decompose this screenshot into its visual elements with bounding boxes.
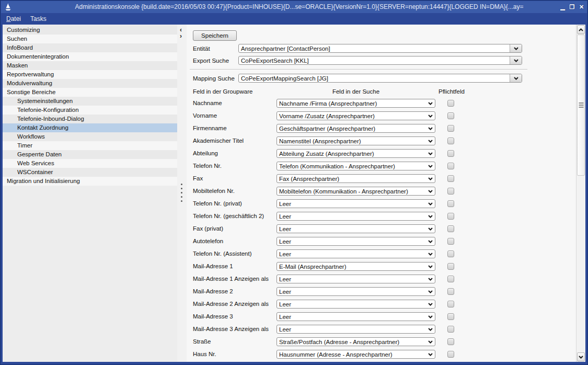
pflichtfeld-checkbox[interactable] bbox=[447, 138, 454, 144]
pflichtfeld-checkbox[interactable] bbox=[447, 225, 454, 232]
sidebar-item[interactable]: Workflows bbox=[3, 132, 177, 141]
menu-item[interactable]: Tasks bbox=[30, 15, 47, 22]
sidebar-item[interactable]: Migration und Initialisierung bbox=[3, 177, 177, 186]
chevron-down-icon[interactable] bbox=[510, 74, 522, 82]
suche-field-dropdown[interactable]: Leer bbox=[276, 312, 435, 321]
sidebar-item[interactable]: Kontakt Zuordnung bbox=[3, 123, 177, 132]
suche-field-dropdown[interactable]: Abteilung Zusatz (Ansprechpartner) bbox=[276, 149, 435, 158]
save-button[interactable]: Speichern bbox=[193, 30, 237, 41]
suche-field-dropdown[interactable]: Leer bbox=[276, 249, 435, 258]
scroll-up-button[interactable] bbox=[577, 25, 585, 34]
menu-item[interactable]: Datei bbox=[6, 15, 21, 22]
scroll-down-button[interactable] bbox=[577, 352, 585, 361]
export-suche-field-row: Export Suche CoPeExportSearch [KKL] bbox=[193, 56, 522, 65]
sidebar-item[interactable]: Web Services bbox=[3, 159, 177, 168]
groupware-field-label: Abteilung bbox=[193, 149, 276, 158]
chevron-down-icon bbox=[425, 265, 435, 268]
suche-field-dropdown[interactable]: Leer bbox=[276, 237, 435, 246]
sidebar-item[interactable]: Telefonie-Inbound-Dialog bbox=[3, 115, 177, 123]
pflichtfeld-checkbox[interactable] bbox=[447, 112, 454, 119]
suche-field-dropdown[interactable]: Leer bbox=[276, 325, 435, 334]
suche-field-dropdown[interactable]: Leer bbox=[276, 275, 435, 283]
suche-field-dropdown[interactable]: Namenstitel (Ansprechpartner) bbox=[276, 136, 435, 145]
mapping-suche-dropdown[interactable]: CoPeExportMappingSearch [JG] bbox=[238, 74, 522, 83]
mapping-row: Autotelefon Leer bbox=[193, 237, 576, 249]
pflichtfeld-checkbox[interactable] bbox=[447, 263, 454, 270]
suche-field-dropdown[interactable]: Hausnummer (Adresse - Ansprechpartner) bbox=[276, 350, 435, 359]
pflichtfeld-checkbox[interactable] bbox=[447, 276, 454, 282]
sidebar-item[interactable]: Gesperrte Daten bbox=[3, 150, 177, 159]
suche-field-dropdown[interactable]: Straße/Postfach (Adresse - Ansprechpartn… bbox=[276, 337, 435, 346]
groupware-field-label: Telefon Nr. bbox=[193, 162, 276, 170]
sidebar-item[interactable]: Systemeinstellungen bbox=[3, 97, 177, 106]
sidebar-item[interactable]: Sonstige Bereiche bbox=[3, 88, 177, 97]
chevron-down-icon bbox=[425, 140, 435, 143]
suche-field-dropdown[interactable]: Telefon (Kommunikation - Ansprechpartner… bbox=[276, 162, 435, 170]
sidebar-item[interactable]: Reportverwaltung bbox=[3, 70, 177, 79]
suche-field-dropdown[interactable]: Leer bbox=[276, 212, 435, 221]
sidebar-item[interactable]: Timer bbox=[3, 141, 177, 150]
chevron-down-icon[interactable] bbox=[510, 56, 522, 64]
entitaet-field-row: Entität Ansprechpartner [ContactPerson] bbox=[193, 44, 522, 53]
chevron-down-icon[interactable] bbox=[510, 44, 522, 52]
mapping-row: Telefon Nr. (geschäftlich 2) Leer bbox=[193, 212, 576, 224]
maximize-button[interactable]: ❐ bbox=[568, 2, 576, 12]
pflichtfeld-checkbox[interactable] bbox=[447, 100, 454, 107]
suche-field-dropdown[interactable]: Leer bbox=[276, 287, 435, 296]
pflichtfeld-checkbox[interactable] bbox=[447, 288, 454, 295]
pflichtfeld-checkbox[interactable] bbox=[447, 313, 454, 320]
close-button[interactable]: ✕ bbox=[578, 2, 585, 12]
suche-field-dropdown[interactable]: Fax (Ansprechpartner) bbox=[276, 174, 435, 183]
export-suche-dropdown[interactable]: CoPeExportSearch [KKL] bbox=[238, 56, 522, 65]
pflichtfeld-checkbox[interactable] bbox=[447, 200, 454, 207]
pflichtfeld-checkbox[interactable] bbox=[447, 250, 454, 257]
pflichtfeld-checkbox[interactable] bbox=[447, 163, 454, 169]
entitaet-dropdown[interactable]: Ansprechpartner [ContactPerson] bbox=[238, 44, 522, 53]
mapping-row: Mail-Adresse 3 Anzeigen als Leer bbox=[193, 325, 576, 337]
mapping-rows: Nachname Nachname /Firma (Ansprechpartne… bbox=[193, 99, 576, 362]
splitter-handle-icon[interactable] bbox=[181, 184, 182, 202]
suche-field-dropdown[interactable]: Leer bbox=[276, 300, 435, 309]
groupware-field-label: Mail-Adresse 1 bbox=[193, 262, 276, 271]
minimize-button[interactable]: ▁ bbox=[559, 2, 567, 12]
sidebar-item[interactable]: Masken bbox=[3, 61, 177, 70]
pflichtfeld-checkbox[interactable] bbox=[447, 188, 454, 195]
pflichtfeld-checkbox[interactable] bbox=[447, 351, 454, 358]
pflichtfeld-checkbox[interactable] bbox=[447, 125, 454, 132]
suche-field-dropdown[interactable]: Geschäftspartner (Ansprechpartner) bbox=[276, 124, 435, 133]
suche-field-dropdown[interactable]: Leer bbox=[276, 224, 435, 233]
mapping-row: Abteilung Abteilung Zusatz (Ansprechpart… bbox=[193, 149, 576, 162]
pflichtfeld-checkbox[interactable] bbox=[447, 175, 454, 182]
pflichtfeld-checkbox[interactable] bbox=[447, 150, 454, 157]
chevron-down-icon bbox=[425, 227, 435, 231]
sidebar-item[interactable]: Customizing bbox=[3, 26, 177, 35]
splitter[interactable]: ‹ › bbox=[177, 25, 187, 362]
pflichtfeld-checkbox[interactable] bbox=[447, 326, 454, 333]
sidebar-item[interactable]: InfoBoard bbox=[3, 43, 177, 52]
sidebar-item[interactable]: Telefonie-Konfiguration bbox=[3, 106, 177, 115]
mapping-row: Nachname Nachname /Firma (Ansprechpartne… bbox=[193, 99, 576, 111]
suche-field-dropdown[interactable]: Vorname /Zusatz (Ansprechpartner) bbox=[276, 111, 435, 120]
mapping-row: Straße Straße/Postfach (Adresse - Anspre… bbox=[193, 337, 576, 350]
sidebar-item[interactable]: Suchen bbox=[3, 35, 177, 43]
suche-field-dropdown[interactable]: E-Mail (Ansprechpartner) bbox=[276, 262, 435, 271]
window-controls: ▁ ❐ ✕ bbox=[559, 2, 585, 12]
suche-field-dropdown[interactable]: Nachname /Firma (Ansprechpartner) bbox=[276, 99, 435, 108]
pflichtfeld-checkbox[interactable] bbox=[447, 238, 454, 245]
suche-field-dropdown[interactable]: Leer bbox=[276, 199, 435, 208]
mapping-row: Mail-Adresse 3 Leer bbox=[193, 312, 576, 325]
suche-field-dropdown[interactable]: Mobiltelefon (Kommunikation - Ansprechpa… bbox=[276, 187, 435, 196]
window-title: Administrationskonsole {build.date=2016/… bbox=[14, 1, 585, 13]
groupware-field-label: Telefon Nr. (privat) bbox=[193, 199, 276, 208]
pflichtfeld-checkbox[interactable] bbox=[447, 301, 454, 307]
scrollbar-thumb[interactable] bbox=[577, 35, 585, 176]
pflichtfeld-checkbox[interactable] bbox=[447, 213, 454, 220]
expand-right-icon[interactable]: › bbox=[180, 33, 182, 39]
header-feld-suche: Feld in der Suche bbox=[276, 88, 435, 95]
pflichtfeld-checkbox[interactable] bbox=[447, 338, 454, 345]
collapse-left-icon[interactable]: ‹ bbox=[180, 27, 182, 32]
sidebar-item[interactable]: Dokumentenintegration bbox=[3, 52, 177, 61]
vertical-scrollbar[interactable] bbox=[576, 25, 585, 362]
sidebar-item[interactable]: Modulverwaltung bbox=[3, 79, 177, 88]
sidebar-item[interactable]: WSContainer bbox=[3, 168, 177, 177]
